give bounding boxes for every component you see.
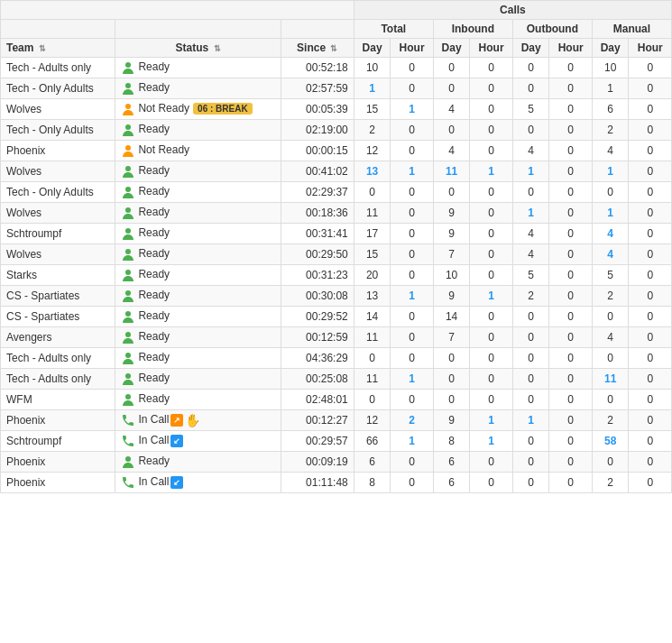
- cell-value: 0: [592, 307, 629, 327]
- phone-icon: [121, 475, 135, 490]
- cell-value: 0: [629, 286, 672, 307]
- cell-value: 0: [549, 120, 592, 141]
- status-text: Ready: [138, 185, 170, 197]
- person-icon: [121, 226, 135, 241]
- cell-value: 0: [549, 410, 592, 431]
- table-row: AvengersReady00:12:59110700040: [1, 327, 672, 348]
- cell-value: 0: [354, 348, 391, 369]
- manual-hour-col-header: Hour: [629, 39, 672, 58]
- cell-team: CS - Spartiates: [1, 307, 115, 327]
- cell-value: 0: [629, 161, 672, 182]
- status-text: Ready: [138, 123, 170, 135]
- cell-value: 4: [592, 327, 629, 348]
- cell-value: 0: [512, 390, 549, 410]
- cell-value: 1: [391, 369, 433, 390]
- cell-value: 10: [354, 58, 391, 78]
- status-text: Not Ready: [138, 102, 189, 115]
- table-row: Tech - Adults onlyReady00:25:08111000011…: [1, 369, 672, 390]
- cell-value: 1: [512, 161, 549, 182]
- status-col-header[interactable]: Status ⇅: [115, 39, 281, 58]
- cell-value: 6: [433, 452, 470, 473]
- status-text: Ready: [138, 60, 170, 73]
- status-text: Ready: [138, 372, 170, 384]
- cell-value: 0: [629, 244, 672, 265]
- cell-status: Ready: [115, 78, 281, 99]
- cell-value: 0: [470, 58, 512, 78]
- cell-value: 2: [592, 120, 629, 141]
- cell-value: 1: [470, 410, 512, 431]
- cell-since: 00:41:02: [281, 161, 354, 182]
- cell-value: 1: [391, 431, 433, 452]
- cell-team: Wolves: [1, 203, 115, 224]
- cell-value: 0: [470, 327, 512, 348]
- status-text: Ready: [138, 351, 170, 363]
- cell-value: 0: [629, 473, 672, 493]
- since-col-header[interactable]: Since ⇅: [281, 39, 354, 58]
- manual-day-col-header: Day: [592, 39, 629, 58]
- cell-value: 9: [433, 410, 470, 431]
- cell-value: 2: [391, 410, 433, 431]
- manual-label: Manual: [592, 20, 671, 39]
- cell-value: 0: [549, 244, 592, 265]
- team-sort-icon: ⇅: [39, 44, 46, 53]
- cell-value: 4: [592, 244, 629, 265]
- cell-value: 0: [549, 327, 592, 348]
- cell-value: 0: [629, 203, 672, 224]
- cell-value: 1: [592, 203, 629, 224]
- cell-value: 0: [433, 390, 470, 410]
- cell-since: 02:29:37: [281, 182, 354, 203]
- cell-value: 0: [549, 224, 592, 244]
- person-icon: [121, 185, 135, 199]
- cell-since: 00:12:59: [281, 327, 354, 348]
- cell-value: 0: [629, 265, 672, 286]
- svg-point-16: [125, 394, 131, 400]
- outbound-day-col-header: Day: [512, 39, 549, 58]
- cell-value: 0: [433, 369, 470, 390]
- cell-since: 00:18:36: [281, 203, 354, 224]
- cell-value: 0: [391, 348, 433, 369]
- cell-value: 0: [549, 452, 592, 473]
- cell-value: 1: [470, 161, 512, 182]
- cell-status: Ready: [115, 265, 281, 286]
- cell-team: Tech - Only Adults: [1, 182, 115, 203]
- cell-value: 0: [592, 348, 629, 369]
- cell-status: In Call↙: [115, 473, 281, 493]
- inbound-icon: ↙: [170, 435, 183, 447]
- cell-value: 0: [629, 410, 672, 431]
- cell-value: 0: [470, 369, 512, 390]
- cell-team: Phoenix: [1, 410, 115, 431]
- cell-value: 0: [470, 203, 512, 224]
- cell-value: 66: [354, 431, 391, 452]
- svg-point-0: [125, 62, 131, 68]
- since-sort-icon: ⇅: [330, 44, 337, 53]
- cell-value: 11: [354, 369, 391, 390]
- cell-value: 9: [433, 286, 470, 307]
- cell-value: 9: [433, 224, 470, 244]
- cell-team: Wolves: [1, 161, 115, 182]
- person-icon: [121, 392, 135, 407]
- cell-since: 00:52:18: [281, 58, 354, 78]
- status-text: In Call: [138, 434, 169, 446]
- cell-value: 0: [391, 390, 433, 410]
- cell-value: 0: [391, 120, 433, 141]
- cell-value: 1: [512, 410, 549, 431]
- cell-value: 0: [592, 390, 629, 410]
- cell-value: 4: [512, 141, 549, 161]
- total-label: Total: [354, 20, 433, 39]
- team-col-header[interactable]: Team ⇅: [1, 39, 115, 58]
- table-row: PhoenixReady00:09:1960600000: [1, 452, 672, 473]
- cell-value: 0: [629, 120, 672, 141]
- cell-team: Tech - Adults only: [1, 58, 115, 78]
- cell-value: 13: [354, 161, 391, 182]
- cell-value: 0: [549, 431, 592, 452]
- cell-value: 0: [470, 224, 512, 244]
- cell-status: Not Ready: [115, 141, 281, 161]
- cell-value: 0: [549, 78, 592, 99]
- cell-value: 0: [470, 348, 512, 369]
- table-row: Tech - Adults onlyReady00:52:18100000010…: [1, 58, 672, 78]
- cell-since: 00:12:27: [281, 410, 354, 431]
- status-text: Ready: [138, 206, 170, 218]
- cell-value: 4: [512, 224, 549, 244]
- cell-value: 0: [629, 431, 672, 452]
- outbound-label: Outbound: [512, 20, 592, 39]
